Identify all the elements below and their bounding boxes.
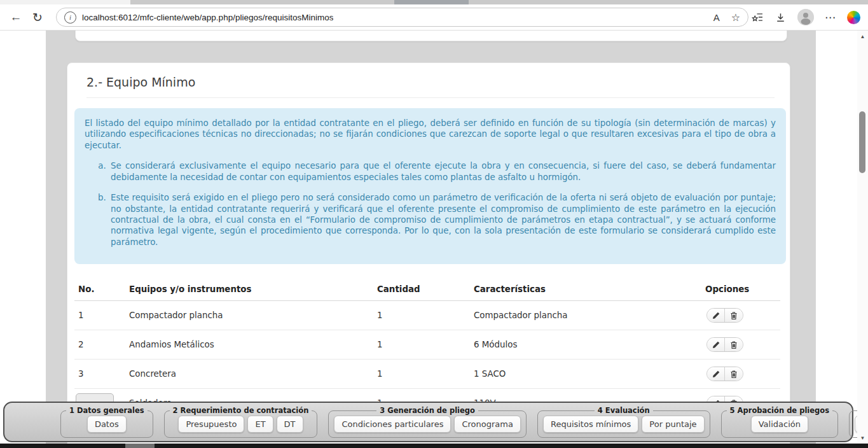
- favorite-star-icon[interactable]: ☆: [731, 11, 740, 24]
- address-bar[interactable]: i localhost:6012/mfc-cliente/web/app.php…: [56, 8, 748, 27]
- wizard-group-legend: 2 Requerimiento de contratación: [170, 406, 312, 415]
- section-title: 2.- Equipo Mínimo: [86, 75, 775, 98]
- trash-icon: [729, 340, 738, 349]
- wizard-group: 2 Requerimiento de contratación Presupue…: [164, 406, 318, 438]
- wizard-button[interactable]: Presupuesto: [178, 416, 244, 433]
- row-characteristics: Compactador plancha: [470, 301, 700, 330]
- wizard-button[interactable]: ET: [247, 416, 273, 433]
- wizard-group: 3 Generación de pliego Condiciones parti…: [328, 406, 527, 438]
- wizard-group: 4 Evaluación Requisitos mínimosPor punta…: [537, 406, 710, 438]
- wizard-button[interactable]: Validación: [751, 416, 808, 433]
- table-header-row: No. Equipos y/o instrumentos Cantidad Ca…: [74, 278, 780, 301]
- scroll-up-arrow-icon[interactable]: ▲: [857, 34, 868, 39]
- browser-toolbar: ← ↻ i localhost:6012/mfc-cliente/web/app…: [0, 4, 868, 31]
- wizard-button[interactable]: Requisitos mínimos: [543, 416, 638, 433]
- wizard-group-legend: 1 Datos generales: [66, 406, 148, 415]
- browser-window: ← ↻ i localhost:6012/mfc-cliente/web/app…: [0, 0, 868, 448]
- equipo-minimo-card: 2.- Equipo Mínimo El listado del equipo …: [67, 62, 790, 448]
- info-intro: El listado del equipo mínimo detallado p…: [85, 118, 776, 151]
- info-item-b: Este requisito será exigido en el pliego…: [109, 192, 776, 248]
- equipment-table: No. Equipos y/o instrumentos Cantidad Ca…: [74, 278, 780, 418]
- col-no: No.: [74, 278, 125, 301]
- site-info-icon[interactable]: i: [64, 11, 76, 24]
- scroll-down-arrow-icon[interactable]: ▼: [857, 435, 868, 441]
- refresh-button[interactable]: ↻: [27, 6, 48, 28]
- profile-avatar[interactable]: [797, 9, 814, 25]
- row-equipment: Compactador plancha: [125, 301, 373, 330]
- options-button-group: [706, 367, 743, 381]
- scrollbar-thumb[interactable]: [859, 111, 865, 173]
- taskbar-app-indicator: [125, 444, 155, 448]
- previous-section-card: [75, 31, 787, 41]
- options-button-group: [706, 337, 743, 352]
- wizard-bar: 1 Datos generales Datos 2 Requerimiento …: [3, 402, 853, 442]
- edit-button[interactable]: [707, 309, 725, 322]
- page-viewport: 2.- Equipo Mínimo El listado del equipo …: [0, 31, 868, 448]
- wizard-group: 5 Aprobación de pliegos Validación: [721, 406, 838, 438]
- wizard-button[interactable]: Condiciones particulares: [334, 416, 451, 433]
- refresh-icon: ↻: [32, 10, 43, 25]
- wizard-group: 1 Datos generales Datos: [60, 406, 153, 438]
- row-quantity: 1: [373, 360, 470, 389]
- more-options-icon[interactable]: ⋯: [825, 11, 836, 24]
- options-button-group: [706, 308, 743, 323]
- row-options: [700, 360, 780, 389]
- delete-button[interactable]: [725, 367, 743, 381]
- info-list: Se considerará exclusivamente el equipo …: [85, 160, 776, 248]
- wizard-button[interactable]: Cronograma: [454, 416, 520, 433]
- col-opciones: Opciones: [700, 278, 780, 301]
- row-quantity: 1: [373, 301, 470, 330]
- pencil-icon: [712, 370, 720, 379]
- inactive-tab-edge: [394, 0, 469, 4]
- col-cantidad: Cantidad: [373, 278, 470, 301]
- collections-icon[interactable]: [752, 11, 764, 24]
- toolbar-right-icons: ⋯: [752, 9, 860, 25]
- delete-button[interactable]: [725, 309, 743, 322]
- row-options: [700, 330, 780, 360]
- delete-button[interactable]: [725, 338, 743, 351]
- info-item-a: Se considerará exclusivamente el equipo …: [109, 160, 776, 183]
- table-row: 3 Concretera 1 1 SACO: [74, 360, 780, 389]
- pencil-icon: [712, 311, 720, 320]
- edit-button[interactable]: [707, 367, 725, 381]
- table-row: 1 Compactador plancha 1 Compactador plan…: [74, 301, 780, 330]
- back-button[interactable]: ←: [5, 6, 27, 28]
- row-number: 3: [74, 360, 125, 389]
- row-number: 1: [74, 301, 125, 330]
- pencil-icon: [712, 340, 720, 349]
- url-text[interactable]: localhost:6012/mfc-cliente/web/app.php/p…: [82, 13, 333, 22]
- row-options: [700, 301, 780, 330]
- trash-icon: [729, 311, 738, 320]
- col-equipos: Equipos y/o instrumentos: [125, 278, 373, 301]
- wizard-button[interactable]: Por puntaje: [642, 416, 704, 433]
- wizard-groups: 1 Datos generales Datos 2 Requerimiento …: [60, 406, 868, 438]
- wizard-group-legend: 5 Aprobación de pliegos: [727, 406, 832, 415]
- trash-icon: [729, 370, 738, 379]
- row-equipment: Andamios Metálicos: [125, 330, 373, 360]
- page-scrollbar[interactable]: ▲ ▼: [857, 31, 868, 448]
- col-caracteristicas: Características: [470, 278, 700, 301]
- equipment-table-body: 1 Compactador plancha 1 Compactador plan…: [74, 301, 780, 418]
- wizard-button[interactable]: DT: [277, 416, 303, 433]
- wizard-group-legend: 4 Evaluación: [595, 406, 653, 415]
- tab-strip: [0, 0, 868, 4]
- row-number: 2: [74, 330, 125, 360]
- wizard-button[interactable]: Datos: [87, 416, 127, 433]
- edit-button[interactable]: [707, 338, 725, 351]
- row-equipment: Concretera: [125, 360, 373, 389]
- read-aloud-icon[interactable]: A: [713, 12, 720, 23]
- active-tab-edge: [0, 0, 130, 4]
- avatar: [797, 9, 814, 25]
- row-quantity: 1: [373, 330, 470, 360]
- taskbar-strip: [0, 444, 868, 448]
- back-icon: ←: [10, 10, 22, 24]
- copilot-icon[interactable]: [847, 11, 860, 24]
- row-characteristics: 1 SACO: [470, 360, 700, 389]
- wizard-group-legend: 3 Generación de pliego: [376, 406, 478, 415]
- download-icon[interactable]: [775, 11, 787, 24]
- content-panel: 2.- Equipo Mínimo El listado del equipo …: [46, 31, 816, 448]
- row-characteristics: 6 Módulos: [470, 330, 700, 360]
- table-row: 2 Andamios Metálicos 1 6 Módulos: [74, 330, 780, 360]
- info-box: El listado del equipo mínimo detallado p…: [74, 108, 786, 264]
